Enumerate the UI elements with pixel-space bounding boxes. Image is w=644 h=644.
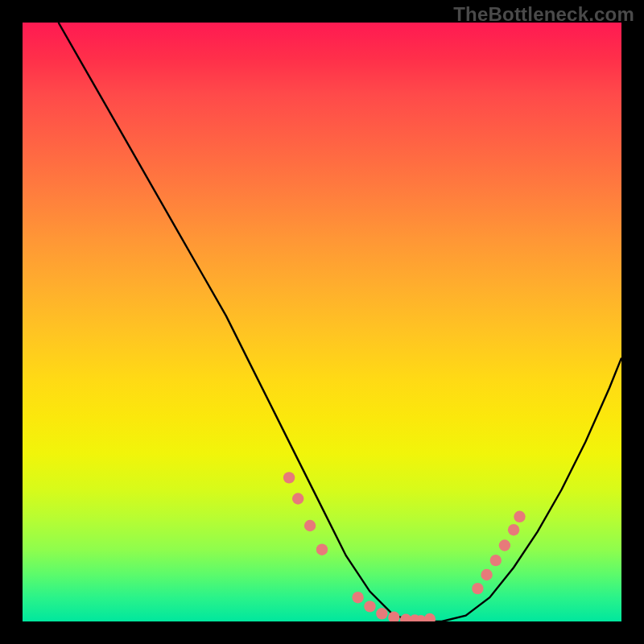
highlight-dot — [508, 524, 519, 535]
highlight-dot — [499, 539, 510, 551]
bottleneck-curve — [59, 23, 621, 621]
curve-svg — [23, 23, 621, 621]
highlight-dot — [316, 544, 328, 555]
plot-area — [23, 23, 621, 621]
chart-frame: TheBottleneck.com — [0, 0, 644, 644]
highlight-dot — [388, 612, 399, 621]
highlight-dot — [424, 613, 436, 621]
highlight-dot — [472, 583, 483, 594]
highlight-dot — [514, 511, 525, 522]
highlight-dot — [304, 520, 316, 531]
highlight-dot — [490, 555, 502, 566]
highlight-dot — [481, 569, 492, 580]
highlight-dot — [292, 493, 303, 504]
highlight-dot — [376, 608, 387, 619]
highlight-dot — [283, 472, 295, 483]
highlight-dot — [352, 592, 363, 603]
highlight-dot — [364, 601, 375, 612]
